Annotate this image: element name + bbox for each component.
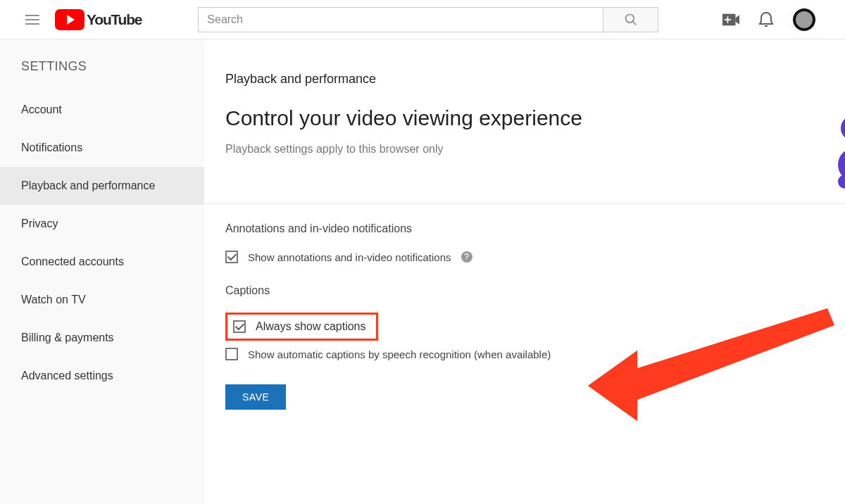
sidebar-item-label: Watch on TV — [21, 294, 86, 305]
notifications-bell-icon[interactable] — [758, 11, 775, 28]
search-icon — [624, 13, 638, 27]
auto-captions-row: Show automatic captions by speech recogn… — [225, 348, 824, 360]
svg-point-13 — [838, 175, 845, 189]
auto-captions-label: Show automatic captions by speech recogn… — [248, 348, 551, 360]
header-actions — [722, 8, 815, 31]
svg-marker-3 — [735, 15, 739, 24]
annotations-section-label: Annotations and in-video notifications — [225, 222, 824, 235]
svg-point-11 — [841, 115, 845, 141]
page-section-title: Playback and performance — [225, 72, 824, 87]
svg-line-1 — [632, 21, 636, 25]
page-title: Control your video viewing experience — [225, 106, 824, 130]
page-subtitle: Playback settings apply to this browser … — [225, 143, 824, 156]
auto-captions-checkbox[interactable] — [225, 348, 238, 360]
youtube-play-icon — [55, 9, 84, 30]
page-body: SETTINGS Account Notifications Playback … — [0, 39, 845, 504]
save-button[interactable]: SAVE — [225, 384, 286, 410]
sidebar-item-label: Account — [21, 103, 62, 115]
captions-section-label: Captions — [225, 284, 824, 297]
help-icon[interactable]: ? — [461, 251, 472, 263]
sidebar-title: SETTINGS — [0, 59, 204, 91]
sidebar-item-advanced[interactable]: Advanced settings — [0, 357, 204, 395]
annotations-checkbox-row: Show annotations and in-video notificati… — [225, 251, 824, 263]
sidebar-item-label: Privacy — [21, 218, 58, 229]
youtube-logo[interactable]: YouTube — [55, 9, 142, 30]
svg-point-0 — [625, 14, 634, 23]
always-show-captions-label: Always show captions — [256, 320, 366, 333]
sidebar-item-watch-on-tv[interactable]: Watch on TV — [0, 281, 204, 319]
sidebar-item-account[interactable]: Account — [0, 91, 204, 129]
search-bar — [198, 7, 658, 32]
sidebar-item-playback[interactable]: Playback and performance — [0, 167, 204, 205]
highlight-annotation-box: Always show captions — [225, 313, 378, 341]
youtube-logo-text: YouTube — [87, 11, 142, 28]
create-video-icon[interactable] — [722, 11, 739, 28]
main-content: Playback and performance Control your vi… — [204, 39, 845, 504]
sidebar-item-label: Connected accounts — [21, 256, 124, 267]
decorative-blob-icon — [830, 115, 845, 193]
show-annotations-checkbox[interactable] — [225, 251, 238, 263]
account-avatar[interactable] — [793, 8, 815, 31]
sidebar-item-billing[interactable]: Billing & payments — [0, 319, 204, 357]
app-header: YouTube — [0, 0, 845, 39]
always-show-captions-checkbox[interactable] — [233, 320, 246, 333]
sidebar-item-notifications[interactable]: Notifications — [0, 129, 204, 167]
sidebar-item-label: Playback and performance — [21, 179, 155, 191]
sidebar-item-label: Advanced settings — [21, 370, 113, 382]
settings-sidebar: SETTINGS Account Notifications Playback … — [0, 39, 204, 504]
show-annotations-label: Show annotations and in-video notificati… — [248, 251, 451, 263]
svg-rect-5 — [725, 19, 731, 20]
hamburger-menu-icon[interactable] — [25, 11, 42, 28]
sidebar-item-privacy[interactable]: Privacy — [0, 205, 204, 243]
sidebar-item-label: Billing & payments — [21, 332, 114, 344]
sidebar-item-connected-accounts[interactable]: Connected accounts — [0, 243, 204, 281]
sidebar-item-label: Notifications — [21, 141, 82, 153]
search-input[interactable] — [198, 7, 603, 32]
search-button[interactable] — [603, 7, 658, 32]
